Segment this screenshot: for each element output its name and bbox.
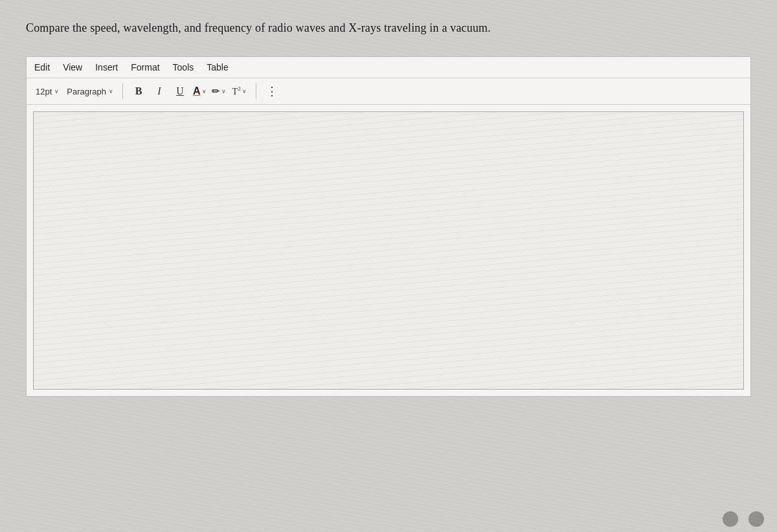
superscript-button[interactable]: T2 ∨ [230, 84, 249, 98]
toolbar-divider-2 [256, 83, 256, 99]
bottom-icon-1 [723, 511, 738, 527]
toolbar: 12pt ∨ Paragraph ∨ B I U A [27, 78, 750, 105]
toolbar-divider-1 [122, 83, 123, 99]
question-text: Compare the speed, wavelength, and frequ… [26, 19, 751, 37]
more-options-button[interactable]: ⋮ [263, 82, 281, 100]
font-size-dropdown[interactable]: 12pt ∨ [33, 85, 62, 98]
font-color-icon: A [193, 85, 201, 97]
underline-button[interactable]: U [171, 82, 189, 100]
bottom-icons [723, 511, 764, 527]
writing-area[interactable] [33, 111, 744, 390]
menu-bar: Edit View Insert Format Tools Table [27, 57, 750, 78]
bold-icon: B [135, 85, 142, 97]
menu-edit[interactable]: Edit [34, 62, 50, 72]
editor-container: Edit View Insert Format Tools Table 12pt… [26, 56, 751, 397]
paragraph-chevron: ∨ [109, 88, 113, 94]
highlight-icon: ✏ [212, 85, 220, 97]
superscript-chevron: ∨ [242, 88, 247, 94]
italic-icon: I [157, 85, 161, 97]
font-size-chevron: ∨ [54, 88, 59, 94]
more-options-icon: ⋮ [266, 84, 277, 98]
italic-button[interactable]: I [150, 82, 168, 100]
font-size-value: 12pt [36, 87, 52, 96]
menu-insert[interactable]: Insert [95, 62, 118, 72]
menu-table[interactable]: Table [207, 62, 228, 72]
font-color-button[interactable]: A ∨ [192, 84, 208, 98]
paragraph-style-value: Paragraph [67, 87, 106, 96]
highlight-chevron: ∨ [221, 88, 226, 94]
bottom-icon-2 [749, 511, 764, 527]
bold-button[interactable]: B [130, 82, 148, 100]
superscript-icon: T2 [232, 85, 241, 97]
font-color-chevron: ∨ [202, 88, 207, 94]
paragraph-style-dropdown[interactable]: Paragraph ∨ [64, 85, 116, 98]
page-content: Compare the speed, wavelength, and frequ… [0, 0, 777, 410]
menu-tools[interactable]: Tools [173, 62, 194, 72]
menu-view[interactable]: View [63, 62, 82, 72]
bottom-bar [0, 506, 777, 532]
underline-icon: U [176, 85, 184, 97]
highlight-button[interactable]: ✏ ∨ [210, 84, 227, 98]
menu-format[interactable]: Format [131, 62, 159, 72]
